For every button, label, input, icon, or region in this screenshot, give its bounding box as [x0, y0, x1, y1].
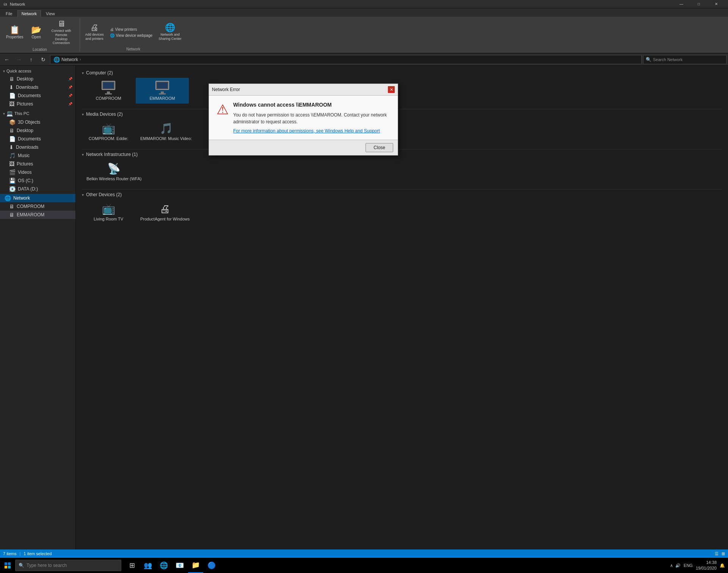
sidebar-item-desktop-pc[interactable]: 🖥 Desktop — [0, 126, 75, 135]
ribbon-btn-view-printers[interactable]: 🖨 View printers — [108, 27, 155, 32]
dialog-close-button[interactable]: Close — [366, 143, 393, 152]
minimize-btn[interactable]: — — [673, 0, 690, 8]
ribbon-btn-add-devices[interactable]: 🖨 Add devicesand printers — [82, 22, 107, 43]
address-path[interactable]: 🌐 Network › — [50, 55, 642, 64]
section-items-computer: COMPROOM EMMAROOM — [79, 77, 725, 104]
product-agent-label: ProductAgent for Windows — [140, 217, 190, 221]
taskbar-item-explorer[interactable]: 📁 — [188, 558, 203, 573]
network-item-tv[interactable]: 📺 Living Room TV — [82, 200, 135, 224]
sidebar-item-pictures[interactable]: 🖼 Pictures 📌 — [0, 100, 75, 108]
emmaroom-computer-icon — [155, 81, 170, 94]
tab-network[interactable]: Network — [17, 10, 41, 17]
section-header-infra[interactable]: ▾ Network Infrastructure (1) — [79, 150, 725, 159]
title-text: Network — [10, 2, 25, 6]
section-media-devices: ▾ Media Devices (2) 📺 COMPROOM: Eddie: 🎵… — [79, 110, 725, 145]
taskbar-item-mail[interactable]: 📧 — [172, 558, 187, 573]
network-item-emmaroom-music[interactable]: 🎵 EMMAROOM: Music Video: — [136, 119, 196, 144]
ribbon-btn-open[interactable]: 📂 Open — [27, 24, 46, 41]
sidebar-group-quick-access[interactable]: ▾ Quick access — [0, 67, 75, 75]
taskbar-time: 14:38 — [696, 560, 717, 565]
dialog-main-title: Windows cannot access \\EMMAROOM — [233, 102, 390, 108]
sidebar-label-3d-objects: 3D Objects — [18, 120, 40, 125]
sidebar-item-videos[interactable]: 🎬 Videos — [0, 168, 75, 176]
router-icon: 📡 — [107, 162, 121, 175]
sidebar-item-network[interactable]: 🌐 Network — [0, 194, 75, 202]
tray-volume[interactable]: 🔊 — [675, 563, 681, 568]
network-error-dialog: Network Error ✕ ⚠ Windows cannot access … — [209, 83, 398, 156]
dialog-title-bar: Network Error ✕ — [209, 84, 398, 96]
sidebar-section-this-pc: ▾ 💻 This PC 📦 3D Objects 🖥 Desktop 📄 Doc… — [0, 109, 75, 193]
notifications-icon[interactable]: 🔔 — [720, 563, 725, 568]
tab-view[interactable]: View — [42, 10, 59, 17]
pin-icon-4: 📌 — [68, 102, 72, 106]
sidebar-item-pictures-pc[interactable]: 🖼 Pictures — [0, 160, 75, 168]
monitor-foot — [105, 93, 112, 94]
section-header-media[interactable]: ▾ Media Devices (2) — [79, 110, 725, 118]
section-header-computer[interactable]: ▾ Computer (2) — [79, 69, 725, 77]
error-icon: ⚠ — [217, 102, 229, 118]
sidebar-label-pictures-pc: Pictures — [17, 161, 33, 167]
back-btn[interactable]: ← — [2, 55, 12, 65]
add-devices-icon: 🖨 — [90, 24, 99, 32]
start-menu-button[interactable] — [0, 558, 15, 573]
emmaroom-label: EMMAROOM — [149, 96, 175, 101]
ribbon-tabs: File Network View — [0, 8, 728, 17]
network-item-emmaroom[interactable]: EMMAROOM — [136, 78, 189, 104]
ribbon-btn-view-webpage[interactable]: 🌐 View device webpage — [108, 33, 155, 38]
sidebar-item-desktop[interactable]: 🖥 Desktop 📌 — [0, 75, 75, 83]
taskbar-item-app[interactable]: 🔵 — [204, 558, 219, 573]
ribbon-btn-connect-remote[interactable]: 🖥 Connect with RemoteDesktop Connection — [46, 18, 77, 47]
dialog-close-btn[interactable]: ✕ — [388, 86, 395, 93]
sys-tray: ∧ 🔊 — [670, 563, 681, 568]
sidebar-section-quick-access: ▾ Quick access 🖥 Desktop 📌 ⬇ Downloads 📌… — [0, 67, 75, 108]
up-btn[interactable]: ↑ — [26, 55, 36, 65]
dialog-body-text: You do not have permission to access \\E… — [233, 112, 390, 125]
view-icon-grid[interactable]: ⊞ — [722, 551, 725, 556]
tab-file[interactable]: File — [2, 10, 17, 17]
taskbar-item-edge[interactable]: 🌐 — [156, 558, 171, 573]
maximize-btn[interactable]: □ — [690, 0, 708, 8]
sidebar-item-downloads-pc[interactable]: ⬇ Downloads — [0, 143, 75, 151]
forward-btn[interactable]: → — [14, 55, 24, 65]
section-items-other: 📺 Living Room TV 🖨 ProductAgent for Wind… — [79, 199, 725, 225]
taskbar-item-taskview[interactable]: ⊞ — [124, 558, 140, 573]
collapse-infra-icon: ▾ — [82, 153, 84, 157]
sidebar-item-downloads[interactable]: ⬇ Downloads 📌 — [0, 83, 75, 91]
ribbon-btn-properties[interactable]: 📋 Properties — [3, 24, 27, 41]
breadcrumb: 🌐 Network › — [53, 57, 81, 63]
refresh-btn[interactable]: ↻ — [38, 55, 49, 65]
ribbon: File Network View 📋 Properties 📂 Open 🖥 … — [0, 8, 728, 54]
network-item-comproom-eddie[interactable]: 📺 COMPROOM: Eddie: — [82, 119, 135, 144]
sidebar-item-documents-pc[interactable]: 📄 Documents — [0, 135, 75, 143]
dialog-help-link[interactable]: For more information about permissions, … — [233, 128, 380, 134]
sidebar-item-data-d[interactable]: 💽 DATA (D:) — [0, 185, 75, 193]
sidebar-item-emmaroom[interactable]: 🖥 EMMAROOM — [0, 211, 75, 219]
network-item-product-agent[interactable]: 🖨 ProductAgent for Windows — [136, 200, 194, 224]
downloads-icon: ⬇ — [9, 84, 14, 90]
taskbar-item-people[interactable]: 👥 — [140, 558, 155, 573]
section-label-media: Media Devices (2) — [86, 112, 123, 117]
sidebar-label-network: Network — [13, 195, 30, 201]
close-btn[interactable]: ✕ — [708, 0, 725, 8]
sidebar-item-documents[interactable]: 📄 Documents 📌 — [0, 91, 75, 100]
search-bar[interactable]: 🔍 Search Network — [643, 55, 726, 64]
network-item-comproom[interactable]: COMPROOM — [82, 78, 135, 104]
crumb-arrow: › — [80, 57, 81, 61]
view-icon-list[interactable]: ☰ — [715, 551, 719, 556]
view-webpage-icon: 🌐 — [110, 33, 115, 38]
sidebar-label-emmaroom: EMMAROOM — [17, 212, 44, 217]
network-item-router[interactable]: 📡 Belkin Wireless Router (WFA) — [82, 159, 146, 184]
sidebar-item-os-c[interactable]: 💾 OS (C:) — [0, 176, 75, 185]
sidebar-item-comproom[interactable]: 🖥 COMPROOM — [0, 202, 75, 211]
taskbar-clock[interactable]: 14:38 19/01/2020 — [696, 560, 717, 571]
section-header-other[interactable]: ▾ Other Devices (2) — [79, 190, 725, 199]
sidebar-item-3d-objects[interactable]: 📦 3D Objects — [0, 118, 75, 126]
properties-icon: 📋 — [9, 26, 20, 34]
address-bar: ← → ↑ ↻ 🌐 Network › 🔍 Search Network — [0, 54, 728, 66]
sidebar-group-this-pc[interactable]: ▾ 💻 This PC — [0, 109, 75, 118]
sidebar-label-data-d: DATA (D:) — [18, 186, 38, 192]
taskbar-search-box[interactable]: 🔍 Type here to search — [15, 560, 121, 571]
ribbon-btn-network-sharing[interactable]: 🌐 Network andSharing Center — [155, 22, 185, 43]
tray-arrow[interactable]: ∧ — [670, 563, 673, 568]
sidebar-item-music[interactable]: 🎵 Music — [0, 151, 75, 160]
